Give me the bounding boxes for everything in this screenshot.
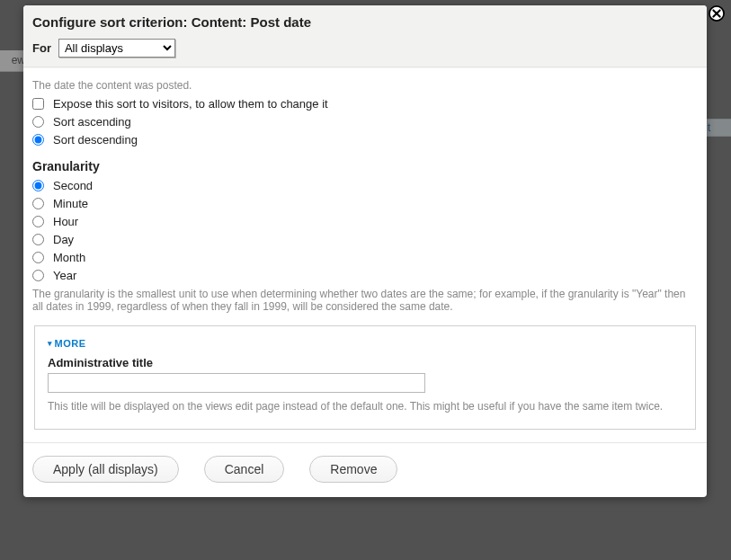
- sort-desc-label: Sort descending: [53, 133, 138, 147]
- granularity-heading: Granularity: [32, 159, 698, 173]
- sort-asc-radio[interactable]: [32, 116, 44, 128]
- more-toggle-label: MORE: [55, 338, 86, 349]
- admin-title-label: Administrative title: [48, 356, 682, 369]
- cancel-button[interactable]: Cancel: [204, 456, 285, 483]
- granularity-month-label: Month: [53, 251, 85, 264]
- caret-down-icon: ▾: [48, 339, 53, 348]
- sort-order-group: Sort ascendingSort descending: [32, 115, 698, 147]
- sort-desc-radio[interactable]: [32, 134, 44, 146]
- apply-button[interactable]: Apply (all displays): [32, 456, 179, 483]
- for-display-select[interactable]: All displays: [58, 39, 175, 58]
- for-label: For: [32, 41, 51, 55]
- granularity-year-radio[interactable]: [32, 270, 44, 281]
- granularity-minute-radio[interactable]: [32, 198, 44, 209]
- dialog-footer: Apply (all displays) Cancel Remove: [23, 442, 707, 497]
- admin-title-help: This title will be displayed on the view…: [48, 400, 682, 413]
- sort-config-dialog: Configure sort criterion: Content: Post …: [23, 5, 707, 497]
- granularity-day-label: Day: [53, 233, 74, 246]
- close-icon[interactable]: [709, 5, 725, 22]
- granularity-second-label: Second: [53, 179, 93, 192]
- granularity-group: SecondMinuteHourDayMonthYear: [32, 179, 698, 282]
- dialog-title: Configure sort criterion: Content: Post …: [32, 14, 694, 30]
- remove-button[interactable]: Remove: [309, 456, 397, 483]
- sort-asc-label: Sort ascending: [53, 115, 131, 129]
- granularity-year-label: Year: [53, 269, 76, 282]
- dialog-header: Configure sort criterion: Content: Post …: [23, 5, 707, 67]
- admin-title-input[interactable]: [48, 373, 425, 393]
- granularity-help: The granularity is the smallest unit to …: [32, 288, 698, 313]
- more-toggle[interactable]: ▾ MORE: [48, 338, 86, 349]
- granularity-second-radio[interactable]: [32, 180, 44, 191]
- granularity-minute-label: Minute: [53, 197, 88, 210]
- granularity-hour-label: Hour: [53, 215, 78, 228]
- expose-sort-label: Expose this sort to visitors, to allow t…: [53, 97, 328, 111]
- granularity-hour-radio[interactable]: [32, 216, 44, 227]
- granularity-day-radio[interactable]: [32, 234, 44, 245]
- expose-sort-checkbox[interactable]: [32, 98, 44, 110]
- field-description: The date the content was posted.: [32, 79, 698, 92]
- more-fieldset: ▾ MORE Administrative title This title w…: [34, 325, 696, 430]
- granularity-month-radio[interactable]: [32, 252, 44, 263]
- dialog-body: The date the content was posted. Expose …: [23, 67, 707, 442]
